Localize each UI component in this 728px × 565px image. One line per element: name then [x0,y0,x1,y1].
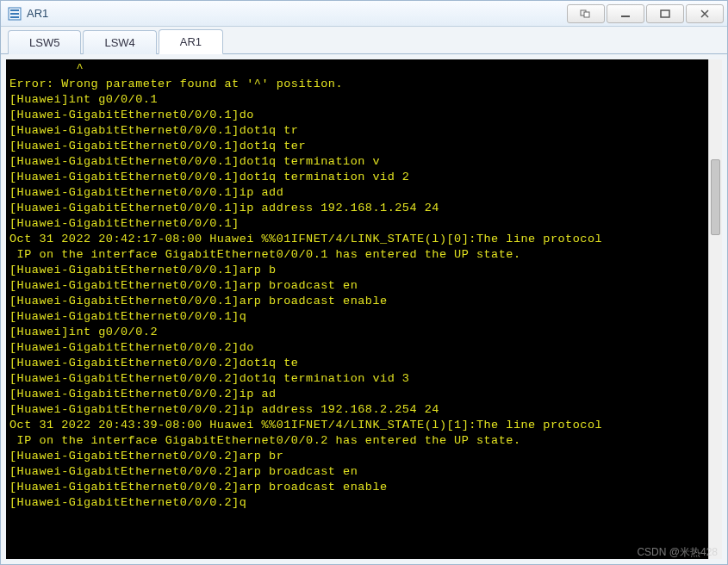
tab-ar1[interactable]: AR1 [159,29,223,54]
close-button[interactable] [686,4,724,23]
terminal-output[interactable]: ^ Error: Wrong parameter found at '^' po… [6,59,722,559]
app-icon [8,7,22,21]
tab-lsw4[interactable]: LSW4 [83,30,156,54]
aux-button[interactable] [567,4,605,23]
scrollbar[interactable] [708,59,722,559]
tabbar: LSW5 LSW4 AR1 [1,27,727,54]
svg-rect-4 [661,10,669,17]
svg-rect-3 [621,16,630,17]
tab-label: LSW5 [29,36,59,49]
svg-rect-2 [584,12,589,17]
terminal-container: ^ Error: Wrong parameter found at '^' po… [1,54,727,564]
minimize-button[interactable] [607,4,644,23]
app-window: AR1 LSW5 LSW4 AR1 ^ Error: Wrong paramet… [0,0,728,565]
scrollbar-thumb[interactable] [711,159,720,235]
titlebar: AR1 [1,1,727,27]
tab-lsw5[interactable]: LSW5 [8,30,81,54]
tab-label: AR1 [180,35,202,48]
window-title: AR1 [27,7,565,20]
tab-label: LSW4 [104,36,134,49]
window-controls [565,4,724,23]
maximize-button[interactable] [646,4,684,23]
